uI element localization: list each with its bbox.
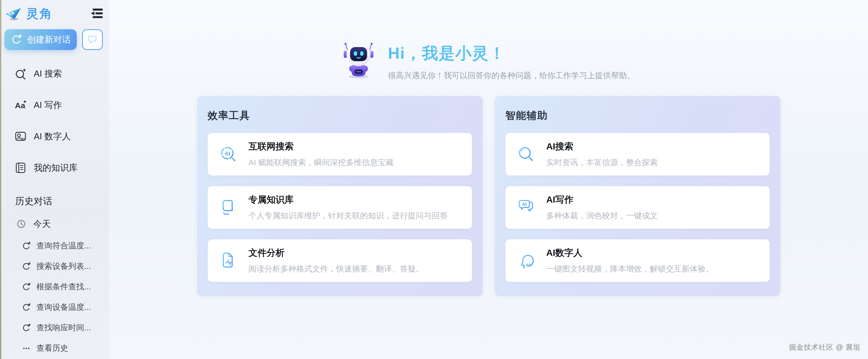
history-item[interactable]: 查找响应时间... — [1, 317, 109, 338]
panel-title: 效率工具 — [208, 109, 472, 122]
history-item[interactable]: 查询设备温度... — [1, 297, 109, 317]
history-item[interactable]: 根据条件查找... — [1, 277, 109, 297]
card-title: 专属知识库 — [249, 194, 448, 206]
greeting: Hi，我是小灵！ 很高兴遇见你！我可以回答你的各种问题，给你工作学习上提供帮助。 — [109, 0, 868, 81]
history-item-label: 查询符合温度... — [36, 240, 91, 251]
quick-chat-button[interactable] — [82, 29, 103, 50]
panel-smart-assist: 智能辅助 AI搜索 实时资讯，丰富信源，整合探索 AI写作 多种体裁，润色校对，… — [495, 96, 780, 296]
card-texts: 互联网搜索 AI 赋能联网搜索，瞬间深挖多维信息宝藏 — [249, 140, 394, 168]
card-title: 互联网搜索 — [249, 140, 394, 153]
watermark: 掘金技术社区 @ 襄垣 — [789, 342, 861, 352]
main-content: Hi，我是小灵！ 很高兴遇见你！我可以回答你的各种问题，给你工作学习上提供帮助。… — [109, 0, 868, 359]
greeting-title: Hi，我是小灵！ — [388, 43, 635, 64]
history-group-label: 今天 — [33, 218, 51, 230]
card-texts: 文件分析 阅读分析多种格式文件，快速摘要、翻译、答疑。 — [249, 247, 424, 274]
notebook-icon — [14, 162, 27, 174]
logo-paper-plane-icon — [5, 7, 22, 21]
card-internet-search[interactable]: 互联网搜索 AI 赋能联网搜索，瞬间深挖多维信息宝藏 — [208, 133, 472, 175]
refresh-sparkle-icon — [22, 262, 31, 271]
history-item-label: 查询设备温度... — [36, 302, 91, 313]
person-card-ai-icon — [14, 130, 27, 142]
sidebar-header: 灵角 — [1, 0, 109, 28]
sidebar-item-label: AI 数字人 — [34, 131, 71, 142]
card-title: AI数字人 — [546, 247, 714, 259]
refresh-sparkle-icon — [22, 323, 31, 333]
chat-bubble-dashed-icon — [87, 33, 98, 46]
card-title: AI搜索 — [546, 140, 658, 153]
card-desc: 一键图文转视频，降本增效，解锁交互新体验。 — [546, 264, 714, 274]
knowledge-book-icon — [219, 198, 238, 217]
history-item-label: 根据条件查找... — [36, 281, 91, 292]
history-item-label: 搜索设备列表... — [36, 261, 91, 272]
collapse-sidebar-button[interactable] — [90, 7, 104, 20]
history-section-title: 历史对话 — [1, 190, 109, 212]
sidebar-item-label: AI 搜索 — [34, 68, 62, 80]
card-exclusive-knowledge[interactable]: 专属知识库 个人专属知识库维护，针对关联的知识，进行提问与回答 — [208, 186, 472, 229]
card-title: AI写作 — [546, 194, 658, 206]
panel-title: 智能辅助 — [505, 109, 770, 122]
new-chat-button[interactable]: 创建新对话 — [4, 29, 77, 50]
sidebar-item-label: 我的知识库 — [34, 162, 78, 174]
card-title: 文件分析 — [249, 247, 424, 259]
aa-sparkle-icon — [14, 99, 27, 111]
view-history-label: 查看历史 — [36, 343, 68, 354]
history-item[interactable]: 查询符合温度... — [1, 236, 109, 256]
app-title: 灵角 — [26, 6, 90, 22]
search-sparkle-icon — [14, 67, 27, 80]
magnifier-icon — [517, 145, 535, 163]
card-ai-search[interactable]: AI搜索 实时资讯，丰富信源，整合探索 — [505, 133, 770, 175]
panel-efficiency-tools: 效率工具 互联网搜索 AI 赋能联网搜索，瞬间深挖多维信息宝藏 专属知识库 个人… — [197, 96, 483, 296]
sidebar-item-ai-writing[interactable]: AI 写作 — [1, 89, 109, 121]
card-desc: 个人专属知识库维护，针对关联的知识，进行提问与回答 — [249, 210, 448, 221]
history-item[interactable]: 搜索设备列表... — [1, 256, 109, 277]
history-item-label: 查找响应时间... — [36, 322, 91, 333]
card-ai-digital-human[interactable]: AI数字人 一键图文转视频，降本增效，解锁交互新体验。 — [505, 239, 770, 282]
sidebar-item-label: AI 写作 — [34, 99, 62, 111]
card-texts: AI写作 多种体裁，润色校对，一键成文 — [546, 194, 658, 221]
refresh-sparkle-icon — [22, 241, 31, 251]
panels-row: 效率工具 互联网搜索 AI 赋能联网搜索，瞬间深挖多维信息宝藏 专属知识库 个人… — [109, 96, 868, 296]
robot-avatar — [342, 39, 375, 79]
new-chat-label: 创建新对话 — [27, 34, 71, 46]
sidebar-item-knowledge-base[interactable]: 我的知识库 — [1, 152, 109, 184]
sidebar-nav: AI 搜索 AI 写作 AI 数字人 我的知识库 — [1, 58, 109, 184]
card-desc: 多种体裁，润色校对，一键成文 — [546, 210, 658, 221]
history-group-today[interactable]: 今天 — [1, 212, 109, 236]
app-window: 灵角 创建新对话 AI 搜索 — [0, 0, 868, 359]
head-profile-ai-icon — [517, 252, 535, 270]
card-texts: 专属知识库 个人专属知识库维护，针对关联的知识，进行提问与回答 — [249, 194, 448, 221]
card-desc: AI 赋能联网搜索，瞬间深挖多维信息宝藏 — [249, 157, 394, 168]
sidebar-item-ai-digital-human[interactable]: AI 数字人 — [1, 121, 109, 152]
card-ai-writing[interactable]: AI写作 多种体裁，润色校对，一键成文 — [505, 186, 770, 229]
collapse-sidebar-icon — [90, 8, 103, 20]
refresh-sparkle-icon — [11, 34, 22, 46]
refresh-sparkle-icon — [22, 282, 31, 292]
card-file-analysis[interactable]: 文件分析 阅读分析多种格式文件，快速摘要、翻译、答疑。 — [208, 239, 472, 282]
sidebar: 灵角 创建新对话 AI 搜索 — [1, 0, 109, 359]
view-history-item[interactable]: 查看历史 — [1, 338, 109, 358]
sidebar-actions: 创建新对话 — [1, 28, 109, 50]
sidebar-item-ai-search[interactable]: AI 搜索 — [1, 58, 109, 89]
card-desc: 阅读分析多种格式文件，快速摘要、翻译、答疑。 — [249, 264, 424, 274]
ellipsis-icon — [22, 343, 31, 353]
chat-bubbles-ai-icon — [517, 198, 535, 217]
refresh-sparkle-icon — [22, 303, 31, 312]
clock-icon — [16, 218, 27, 229]
card-texts: AI数字人 一键图文转视频，降本增效，解锁交互新体验。 — [546, 247, 714, 274]
file-analysis-icon — [219, 252, 238, 270]
card-desc: 实时资讯，丰富信源，整合探索 — [546, 157, 658, 168]
greeting-text: Hi，我是小灵！ 很高兴遇见你！我可以回答你的各种问题，给你工作学习上提供帮助。 — [388, 39, 635, 81]
greeting-subtitle: 很高兴遇见你！我可以回答你的各种问题，给你工作学习上提供帮助。 — [388, 70, 635, 81]
card-texts: AI搜索 实时资讯，丰富信源，整合探索 — [546, 140, 658, 168]
internet-search-ai-icon — [219, 145, 238, 163]
